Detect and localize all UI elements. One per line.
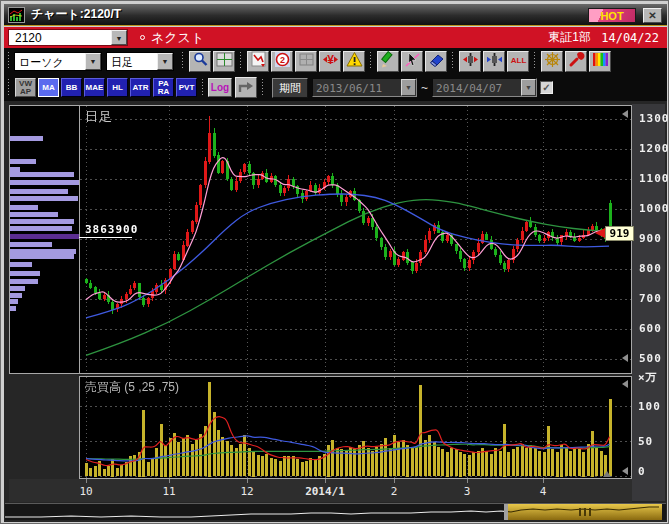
- time-axis-label: 11: [162, 485, 175, 498]
- time-axis-tick: [467, 479, 468, 483]
- app-icon: [8, 7, 25, 23]
- zoom-button[interactable]: [189, 51, 211, 72]
- chevron-down-icon[interactable]: ▼: [85, 53, 101, 70]
- toolbar-grip[interactable]: [201, 79, 205, 97]
- indicator-button-vwap[interactable]: VWAP: [15, 78, 36, 97]
- layout-icon: [298, 51, 315, 72]
- indicator-button-ma[interactable]: MA: [38, 78, 59, 97]
- symbol-code-input[interactable]: 2120: [9, 30, 111, 45]
- time-axis-tick: [247, 479, 248, 483]
- rainbow-button[interactable]: [589, 51, 611, 72]
- indicator-button-bb[interactable]: BB: [61, 78, 82, 97]
- svg-text:2: 2: [279, 55, 284, 65]
- time-axis-tick: [394, 479, 395, 483]
- price-tick-label: 900: [639, 232, 662, 245]
- cursor-icon: [404, 51, 421, 72]
- toolbar-grip[interactable]: [239, 52, 243, 70]
- hot-button[interactable]: HOT: [588, 8, 636, 23]
- volume-tick-label: ×万: [638, 370, 658, 385]
- wrench-button[interactable]: [565, 51, 587, 72]
- compress-candles-button[interactable]: [483, 51, 505, 72]
- volume-tick-label: 100: [638, 400, 661, 413]
- title-bar[interactable]: チャート:2120/T HOT ✕: [4, 4, 667, 26]
- trendline-button[interactable]: [247, 51, 269, 72]
- market-label: 東証1部: [548, 29, 591, 46]
- date-to-combo[interactable]: 2014/04/07 ▼: [432, 78, 537, 97]
- period-button[interactable]: 期間: [272, 78, 308, 98]
- grid-button[interactable]: [213, 51, 235, 72]
- volume-tick-label: 50: [638, 435, 653, 448]
- chart-type-combo[interactable]: ローソク ▼: [14, 52, 102, 71]
- wrench-icon: [568, 51, 585, 72]
- time-axis-tick: [86, 479, 87, 483]
- scroll-left-icon[interactable]: [622, 354, 628, 362]
- chevron-down-icon[interactable]: ▼: [111, 30, 127, 45]
- chart-window: チャート:2120/T HOT ✕ 2120 ▼ ネクスト 東証1部 14/04…: [0, 0, 669, 524]
- indicator-button-para[interactable]: PARA: [153, 78, 174, 97]
- all-button[interactable]: ALL: [507, 51, 529, 72]
- price-chart-canvas[interactable]: [80, 106, 631, 373]
- price-tick-label: 1200: [639, 142, 669, 155]
- expand-candles-icon: [462, 51, 479, 72]
- toolbar-grip[interactable]: [7, 79, 11, 97]
- range-navigator-canvas[interactable]: [5, 504, 666, 520]
- cursor-button[interactable]: [401, 51, 423, 72]
- chevron-down-icon[interactable]: ▼: [521, 79, 536, 96]
- mesh-button[interactable]: [541, 51, 563, 72]
- scroll-left-icon[interactable]: [622, 467, 628, 475]
- compress-candles-icon: [486, 51, 503, 72]
- toolbar-indicators: VWAPMABBMAEHLATRPARAPVT Log 期間 2013/06/1…: [4, 74, 667, 101]
- volume-profile-canvas: [10, 106, 79, 373]
- chevron-down-icon[interactable]: ▼: [157, 53, 173, 70]
- compare2-button[interactable]: 2: [271, 51, 293, 72]
- window-title: チャート:2120/T: [31, 6, 121, 23]
- price-tick-label: 500: [639, 352, 662, 365]
- log-scale-button[interactable]: Log: [208, 78, 232, 97]
- close-button[interactable]: ✕: [643, 8, 662, 23]
- timeframe-value: 日足: [107, 53, 157, 70]
- eraser-button[interactable]: [425, 51, 447, 72]
- svg-text:¥: ¥: [327, 53, 334, 67]
- toolbar-grip[interactable]: [451, 52, 455, 70]
- scroll-left-icon[interactable]: [622, 110, 628, 118]
- rainbow-icon: [592, 51, 609, 72]
- timeframe-combo[interactable]: 日足 ▼: [106, 52, 174, 71]
- scroll-up-icon[interactable]: [603, 471, 611, 477]
- layout-button[interactable]: [295, 51, 317, 72]
- indicator-button-atr[interactable]: ATR: [130, 78, 151, 97]
- scroll-left-icon[interactable]: [622, 380, 628, 388]
- price-tick-label: 1100: [639, 172, 669, 185]
- indicator-button-mae[interactable]: MAE: [84, 78, 105, 97]
- expand-candles-button[interactable]: [459, 51, 481, 72]
- pencil-button[interactable]: [377, 51, 399, 72]
- bullet-icon: [140, 35, 145, 40]
- period-checkbox[interactable]: ✓: [540, 81, 553, 94]
- time-axis-label: 10: [79, 485, 92, 498]
- chevron-down-icon[interactable]: ▼: [401, 79, 416, 96]
- profile-volume-value: 3863900: [85, 223, 138, 236]
- time-axis-tick: [169, 479, 170, 483]
- toolbar-grip[interactable]: [533, 52, 537, 70]
- indicator-button-hl[interactable]: HL: [107, 78, 128, 97]
- eraser-icon: [428, 51, 445, 72]
- toolbar-grip[interactable]: [369, 52, 373, 70]
- range-navigator[interactable]: [5, 503, 666, 520]
- toolbar-grip[interactable]: [181, 52, 185, 70]
- toolbar-grip[interactable]: [7, 52, 11, 70]
- all-icon: ALL: [510, 51, 527, 72]
- date-from-value: 2013/06/11: [313, 79, 401, 96]
- alert-button[interactable]: [343, 51, 365, 72]
- toolbar-main: ローソク ▼ 日足 ▼ 2¥ALL: [4, 48, 667, 74]
- time-axis-tick: [543, 479, 544, 483]
- time-axis-label: 2: [391, 485, 398, 498]
- tilde-separator: ~: [421, 81, 428, 95]
- volume-panel-label: 売買高 (5 ,25 ,75): [85, 379, 179, 396]
- symbol-combo[interactable]: 2120 ▼: [8, 29, 128, 46]
- indicator-button-pvt[interactable]: PVT: [176, 78, 197, 97]
- time-axis-label: 12: [240, 485, 253, 498]
- move-arrow-button[interactable]: [235, 77, 257, 98]
- toolbar-grip[interactable]: [261, 79, 265, 97]
- date-from-combo[interactable]: 2013/06/11 ▼: [312, 78, 417, 97]
- time-axis-tick: [325, 479, 326, 483]
- yen-button[interactable]: ¥: [319, 51, 341, 72]
